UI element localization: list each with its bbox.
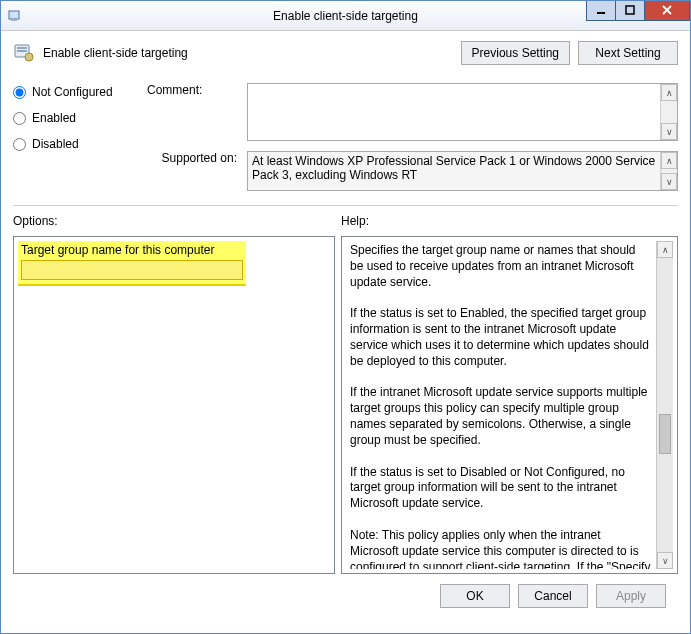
scroll-thumb[interactable] [659,414,671,454]
help-label: Help: [341,214,678,228]
previous-setting-button[interactable]: Previous Setting [461,41,570,65]
next-setting-button[interactable]: Next Setting [578,41,678,65]
minimize-button[interactable] [586,1,616,21]
svg-rect-6 [17,50,27,52]
radio-not-configured-label: Not Configured [32,85,113,99]
scroll-up-icon[interactable]: ∧ [657,241,673,258]
title-bar[interactable]: Enable client-side targeting [1,1,690,31]
options-panel: Target group name for this computer [13,236,335,574]
options-highlight: Target group name for this computer [18,241,246,286]
ok-button[interactable]: OK [440,584,510,608]
scroll-up-icon[interactable]: ∧ [661,84,677,101]
radio-enabled[interactable]: Enabled [13,111,133,125]
svg-rect-2 [597,12,605,14]
policy-icon [13,42,35,64]
svg-point-7 [25,53,33,61]
supported-scrollbar[interactable]: ∧ ∨ [660,152,677,190]
radio-not-configured-input[interactable] [13,86,26,99]
svg-rect-5 [17,47,27,49]
comment-input[interactable] [248,84,660,140]
radio-not-configured[interactable]: Not Configured [13,85,133,99]
scroll-down-icon[interactable]: ∨ [661,123,677,140]
scroll-down-icon[interactable]: ∨ [661,173,677,190]
supported-on-text [248,152,660,190]
radio-enabled-input[interactable] [13,112,26,125]
radio-disabled[interactable]: Disabled [13,137,133,151]
radio-disabled-input[interactable] [13,138,26,151]
radio-enabled-label: Enabled [32,111,76,125]
comment-scrollbar[interactable]: ∧ ∨ [660,84,677,140]
cancel-button[interactable]: Cancel [518,584,588,608]
help-panel: Specifies the target group name or names… [341,236,678,574]
target-group-label: Target group name for this computer [21,243,243,260]
svg-rect-3 [626,6,634,14]
help-scrollbar[interactable]: ∧ ∨ [656,241,673,569]
app-icon [7,8,23,24]
maximize-button[interactable] [615,1,645,21]
scroll-up-icon[interactable]: ∧ [661,152,677,169]
target-group-input[interactable] [21,260,243,280]
divider [13,205,678,206]
apply-button[interactable]: Apply [596,584,666,608]
supported-on-label: Supported on: [147,151,237,191]
svg-rect-0 [9,11,19,19]
close-button[interactable] [644,1,690,21]
comment-label: Comment: [147,83,237,141]
radio-disabled-label: Disabled [32,137,79,151]
options-label: Options: [13,214,341,228]
scroll-down-icon[interactable]: ∨ [657,552,673,569]
svg-rect-1 [11,19,17,21]
policy-title: Enable client-side targeting [43,46,453,60]
help-text: Specifies the target group name or names… [346,241,656,569]
